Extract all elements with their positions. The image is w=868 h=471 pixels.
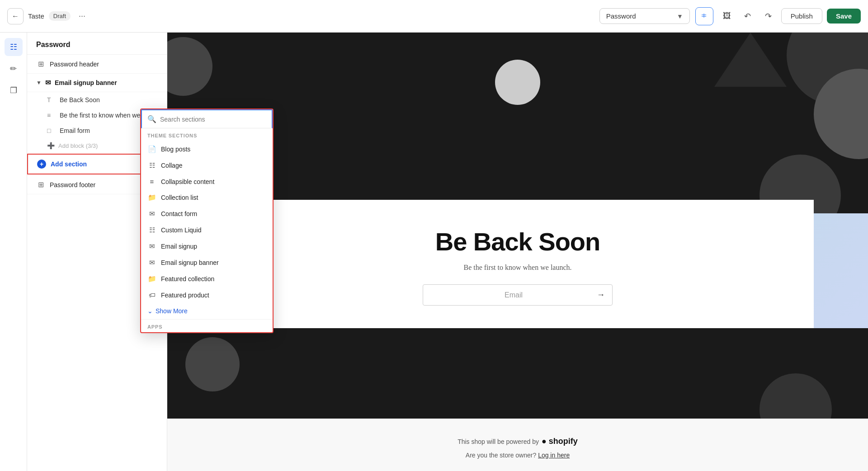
back-icon: ←	[12, 12, 19, 20]
add-section-label: Add section	[51, 160, 87, 168]
custom-liquid-label: Custom Liquid	[161, 226, 202, 234]
top-bar-center: Password ▼ ⧧	[599, 7, 713, 25]
password-header-label: Password header	[50, 61, 158, 68]
sidebar-title: Password	[27, 33, 167, 55]
submit-arrow-icon: →	[597, 290, 605, 300]
footer-icon: ⊞	[36, 180, 45, 189]
top-bar-left: ← Taste Draft ···	[7, 8, 594, 24]
section-item-collage[interactable]: ☷ Collage	[141, 157, 273, 174]
collage-label: Collage	[161, 162, 182, 169]
section-search-input[interactable]	[160, 116, 266, 123]
powered-by-shopify: This shop will be powered by ● shopify	[185, 437, 850, 446]
search-icon: 🔍	[147, 115, 156, 123]
top-bar-right: 🖼 ↶ ↷ Publish Save	[719, 8, 861, 24]
geo-shape-3	[167, 37, 212, 96]
contact-form-icon: ✉	[147, 210, 156, 218]
blog-posts-icon: 📄	[147, 145, 156, 153]
grid-select-button[interactable]: ⧧	[695, 7, 713, 25]
show-more-button[interactable]: ⌄ Show More	[141, 303, 273, 319]
section-item-collapsible[interactable]: ≡ Collapsible content	[141, 174, 273, 189]
email-signup-banner-label2: Email signup banner	[161, 259, 219, 266]
geo-bottom-2	[185, 337, 240, 391]
collection-list-label: Collection list	[161, 194, 198, 201]
plus-circle-icon: +	[37, 160, 46, 169]
featured-collection-icon: 📁	[147, 275, 156, 283]
email-signup-banner-toggle[interactable]: ▼ ✉ Email signup banner	[27, 74, 167, 92]
be-first-label: Be the first to know when we...	[60, 112, 146, 119]
save-button[interactable]: Save	[827, 9, 861, 24]
more-options-button[interactable]: ···	[75, 9, 89, 23]
email-signup-icon: ✉	[147, 242, 156, 250]
grid-icon: ⧧	[700, 11, 708, 21]
section-item-contact-form[interactable]: ✉ Contact form	[141, 206, 273, 222]
featured-product-icon: 🏷	[147, 291, 156, 299]
section-dropdown-panel: 🔍 THEME SECTIONS 📄 Blog posts ☷ Collage …	[140, 108, 274, 333]
undo-button[interactable]: ↶	[740, 8, 756, 24]
geo-shape-5	[714, 33, 787, 87]
page-selector-text: Password	[606, 12, 673, 20]
email-placeholder: Email	[430, 291, 597, 299]
main-layout: ☷ ✏ ❐ Password ⊞ Password header ▼ ✉ Ema…	[0, 33, 868, 471]
collage-icon: ☷	[147, 161, 156, 170]
email-signup-banner-label: Email signup banner	[55, 79, 117, 86]
be-back-soon-label: Be Back Soon	[60, 96, 100, 104]
undo-icon: ↶	[744, 11, 751, 21]
shopify-logo: ● shopify	[542, 437, 578, 446]
preview-card: Be Back Soon Be the first to know when w…	[222, 200, 814, 328]
redo-icon: ↷	[765, 11, 772, 21]
desktop-preview-button[interactable]: 🖼	[719, 8, 735, 24]
email-signup-label: Email signup	[161, 243, 197, 250]
section-item-collection-list[interactable]: 📁 Collection list	[141, 189, 273, 206]
featured-product-label: Featured product	[161, 292, 209, 299]
email-form-label: Email form	[60, 127, 90, 134]
show-more-label: Show More	[156, 307, 188, 315]
login-link[interactable]: Log in here	[538, 452, 570, 459]
sidebar-item-password-header[interactable]: ⊞ Password header	[27, 55, 167, 74]
redo-button[interactable]: ↷	[760, 8, 777, 24]
collapsible-icon: ≡	[147, 178, 156, 185]
page-selector[interactable]: Password ▼	[599, 8, 690, 24]
store-name: Taste	[28, 12, 44, 20]
header-icon: ⊞	[36, 60, 45, 68]
top-bar: ← Taste Draft ··· Password ▼ ⧧ 🖼 ↶ ↷ Pub…	[0, 0, 868, 33]
chevron-icon: ▼	[36, 80, 42, 86]
icon-rail: ☷ ✏ ❐	[0, 33, 27, 471]
section-item-blog-posts[interactable]: 📄 Blog posts	[141, 141, 273, 157]
preview-heading: Be Back Soon	[435, 227, 600, 256]
section-item-email-signup[interactable]: ✉ Email signup	[141, 238, 273, 254]
sidebar-item-be-back-soon[interactable]: T Be Back Soon	[27, 92, 167, 108]
collapsible-label: Collapsible content	[161, 178, 214, 185]
preview-subtext: Be the first to know when we launch.	[463, 264, 571, 272]
lines-icon: ≡	[47, 112, 55, 119]
preview-footer: This shop will be powered by ● shopify A…	[167, 419, 868, 471]
geo-shape-4	[495, 60, 540, 105]
envelope-icon: ✉	[45, 79, 51, 87]
rail-apps-icon[interactable]: ❐	[5, 81, 23, 99]
monitor-icon: 🖼	[723, 11, 731, 21]
section-item-email-signup-banner[interactable]: ✉ Email signup banner	[141, 254, 273, 271]
chevron-down-small-icon: ⌄	[147, 307, 153, 315]
add-block-icon: ➕	[47, 142, 55, 149]
contact-form-label: Contact form	[161, 210, 197, 217]
email-banner-icon: ✉	[147, 259, 156, 267]
section-search-area: 🔍	[141, 109, 273, 128]
featured-collection-label: Featured collection	[161, 275, 214, 283]
theme-sections-label: THEME SECTIONS	[141, 128, 273, 141]
rail-theme-icon[interactable]: ✏	[5, 60, 23, 78]
chevron-down-icon: ▼	[677, 13, 683, 20]
section-item-custom-liquid[interactable]: ☷ Custom Liquid	[141, 222, 273, 238]
powered-by-text: This shop will be powered by	[458, 438, 539, 445]
preview-bottom-bg	[167, 328, 868, 419]
text-icon: T	[47, 96, 55, 104]
section-item-featured-product[interactable]: 🏷 Featured product	[141, 287, 273, 303]
email-input-row: Email →	[423, 284, 613, 306]
add-block-label: Add block (3/3)	[58, 142, 98, 149]
rail-sections-icon[interactable]: ☷	[5, 38, 23, 56]
blog-posts-label: Blog posts	[161, 146, 190, 153]
draft-badge: Draft	[49, 11, 71, 21]
custom-liquid-icon: ☷	[147, 226, 156, 234]
section-item-featured-collection[interactable]: 📁 Featured collection	[141, 271, 273, 287]
back-button[interactable]: ←	[7, 8, 24, 24]
publish-button[interactable]: Publish	[781, 8, 822, 24]
geo-bottom-1	[760, 373, 832, 419]
